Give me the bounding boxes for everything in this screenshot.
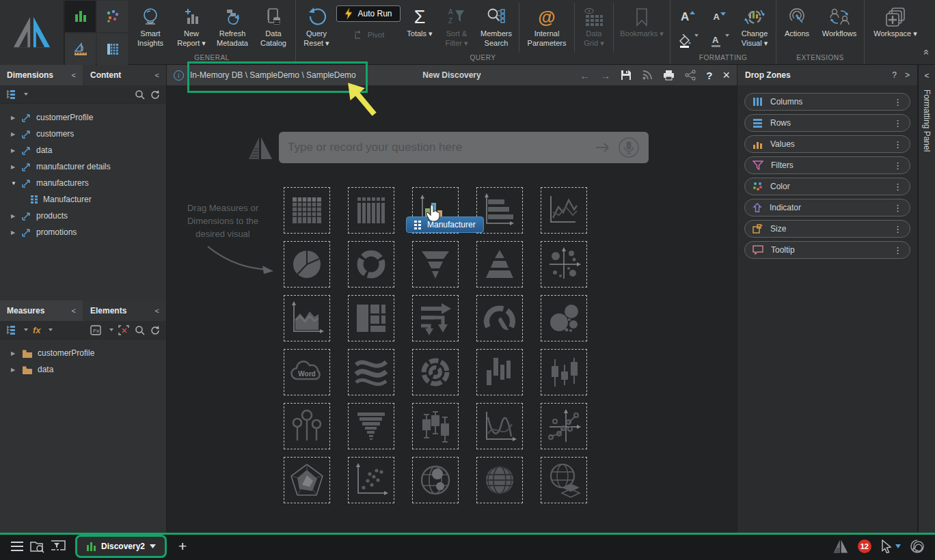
microphone-icon[interactable]	[618, 137, 640, 158]
print-icon[interactable]	[663, 70, 675, 81]
visual-stream-graph-icon[interactable]	[348, 349, 394, 395]
visual-box-plot-icon[interactable]	[412, 403, 459, 449]
breadcrumb[interactable]: i In-Memory DB \ SampleDemo \ SampleDemo	[174, 70, 356, 81]
formula-fx-button[interactable]: fx	[33, 325, 41, 335]
collapse-panel-icon[interactable]: <	[924, 71, 929, 81]
visual-pie-chart-icon[interactable]	[284, 241, 330, 288]
expand-caret-icon[interactable]: ▶	[11, 367, 17, 373]
zone-menu-icon[interactable]: ⋮	[893, 139, 902, 150]
drop-zone-columns[interactable]: Columns⋮	[744, 93, 910, 111]
new-report-button[interactable]: New Report ▾	[171, 0, 212, 54]
data-catalog-button[interactable]: Data Catalog	[253, 0, 294, 54]
expand-caret-icon[interactable]: ▶	[11, 148, 17, 154]
visual-matrix-icon[interactable]	[348, 187, 394, 234]
tab-content[interactable]: Content<	[83, 65, 166, 85]
dropdown-caret-icon[interactable]	[109, 328, 113, 331]
tree-item[interactable]: ▶data	[0, 361, 166, 378]
spiral-icon[interactable]	[910, 539, 925, 554]
expand-caret-icon[interactable]: ▶	[11, 213, 17, 219]
visual-pyramid-icon[interactable]	[476, 241, 523, 288]
feed-icon[interactable]	[642, 70, 653, 81]
zone-menu-icon[interactable]: ⋮	[893, 182, 902, 192]
collapse-caret-icon[interactable]: ▼	[11, 180, 17, 186]
internal-parameters-button[interactable]: @ Internal Parameters	[521, 0, 573, 54]
drop-zone-tooltip[interactable]: Tooltip⋮	[744, 241, 910, 259]
visual-word-cloud-icon[interactable]: Word	[284, 349, 330, 395]
tree-item[interactable]: ▶products	[0, 208, 166, 224]
question-input[interactable]	[288, 141, 588, 154]
font-color-button[interactable]: A	[710, 34, 729, 48]
tab-discovery2[interactable]: Discovery2	[75, 535, 167, 558]
dropdown-caret-icon[interactable]	[24, 93, 28, 96]
workspace-button[interactable]: Workspace ▾	[866, 0, 925, 54]
auto-run-button[interactable]: Auto Run	[336, 5, 400, 22]
tree-item[interactable]: ▶customers	[0, 126, 166, 142]
expand-panel-icon[interactable]: >	[905, 70, 910, 80]
visual-grid-icon[interactable]	[284, 187, 330, 234]
tab-elements[interactable]: Elements<	[83, 300, 166, 321]
increase-font-button[interactable]: A	[681, 11, 695, 23]
members-search-button[interactable]: Members Search	[475, 0, 517, 54]
refresh-icon[interactable]	[150, 325, 160, 335]
help-icon[interactable]: ?	[706, 70, 712, 81]
tab-dimensions[interactable]: Dimensions<	[0, 65, 83, 85]
visual-tornado-icon[interactable]	[348, 403, 394, 449]
dropdown-caret-icon[interactable]	[24, 328, 28, 331]
content-explorer-icon[interactable]	[27, 536, 48, 557]
new-tab-button[interactable]: +	[178, 538, 187, 555]
visual-spline-chart-icon[interactable]	[476, 403, 523, 449]
drop-zone-rows[interactable]: Rows⋮	[744, 114, 910, 132]
visual-lollipop-icon[interactable]	[284, 403, 330, 449]
refresh-metadata-button[interactable]: Refresh Metadata	[212, 0, 253, 54]
tile-present[interactable]	[97, 1, 128, 32]
zone-menu-icon[interactable]: ⋮	[893, 160, 902, 171]
visual-layered-map-icon[interactable]	[541, 457, 587, 503]
tree-item[interactable]: ▶customerProfile	[0, 345, 166, 361]
bookmarks-button[interactable]: Bookmarks ▾	[615, 0, 668, 54]
visual-sunburst-icon[interactable]	[412, 349, 459, 395]
tile-tabulate[interactable]	[97, 33, 128, 65]
tree-item-attribute[interactable]: Manufacturer	[0, 191, 166, 208]
visual-radar-icon[interactable]	[284, 457, 330, 503]
query-reset-button[interactable]: Query Reset ▾	[297, 0, 336, 54]
dropdown-caret-icon[interactable]	[49, 328, 53, 331]
visual-scatter-icon[interactable]	[348, 457, 394, 503]
visual-gauge-icon[interactable]	[476, 295, 523, 341]
visual-funnel-icon[interactable]	[412, 241, 459, 288]
zone-menu-icon[interactable]: ⋮	[893, 118, 902, 128]
menu-icon[interactable]	[7, 536, 27, 557]
tree-view-icon[interactable]	[6, 325, 16, 335]
visual-treemap-icon[interactable]	[348, 295, 394, 341]
help-icon[interactable]: ?	[892, 70, 897, 80]
share-icon[interactable]	[685, 70, 696, 81]
collapse-panel-icon[interactable]: <	[72, 71, 76, 79]
visual-bubble-cluster-icon[interactable]	[541, 295, 587, 341]
workflows-button[interactable]: Workflows	[816, 0, 863, 54]
visual-cascade-arrows-icon[interactable]	[412, 295, 459, 341]
visual-floating-bars-icon[interactable]	[476, 349, 523, 395]
actions-button[interactable]: Actions	[778, 0, 816, 54]
drop-zone-filters[interactable]: Filters⋮	[744, 156, 910, 174]
drag-chip-manufacturer[interactable]: Manufacturer	[406, 216, 484, 233]
zone-menu-icon[interactable]: ⋮	[893, 203, 902, 213]
expand-caret-icon[interactable]: ▶	[11, 131, 17, 137]
collapse-panel-icon[interactable]: <	[72, 307, 76, 315]
search-icon[interactable]	[135, 89, 145, 100]
drop-zone-indicator[interactable]: Indicator⋮	[744, 199, 910, 216]
visual-donut-chart-icon[interactable]	[348, 241, 394, 288]
zone-menu-icon[interactable]: ⋮	[893, 245, 902, 255]
slicer-panel-icon[interactable]	[48, 536, 68, 557]
drop-zone-values[interactable]: Values⋮	[744, 135, 910, 153]
pivot-button[interactable]: Pivot	[353, 29, 384, 40]
drop-zone-size[interactable]: Size⋮	[744, 220, 910, 238]
collapse-panel-icon[interactable]: <	[155, 307, 159, 315]
info-icon[interactable]: i	[174, 70, 184, 81]
tree-item[interactable]: ▶data	[0, 142, 166, 158]
tree-item[interactable]: ▶promotions	[0, 224, 166, 240]
tree-item[interactable]: ▶customerProfile	[0, 109, 166, 126]
expand-caret-icon[interactable]: ▶	[11, 350, 17, 356]
collapse-panel-icon[interactable]: <	[155, 71, 159, 79]
visual-candlestick-icon[interactable]	[541, 349, 587, 395]
smart-insights-button[interactable]: Smart Insights	[130, 0, 171, 54]
expand-caret-icon[interactable]: ▶	[11, 164, 17, 170]
